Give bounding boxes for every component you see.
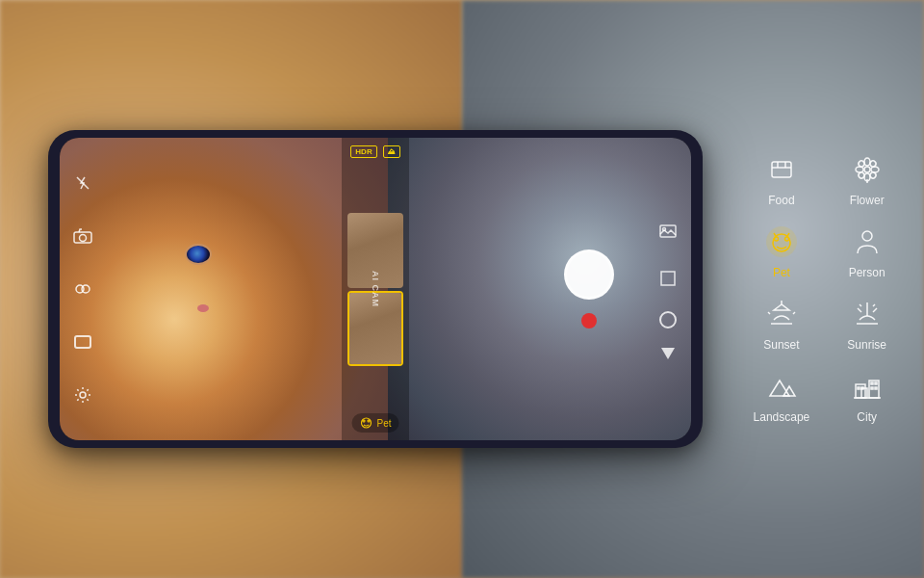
svg-rect-45 — [875, 382, 877, 384]
person-icon — [852, 226, 883, 262]
flash-button[interactable] — [69, 170, 96, 197]
record-button[interactable] — [581, 313, 597, 328]
city-icon — [852, 371, 883, 407]
triangle-down-icon — [661, 348, 675, 359]
svg-rect-42 — [858, 387, 860, 389]
circle-indicator — [659, 311, 677, 328]
camera-ui: HDR ⛰ — [60, 138, 691, 440]
hdr-label: HDR — [355, 147, 372, 156]
phone-screen: AI CAM HDR ⛰ — [60, 138, 691, 440]
settings-button[interactable] — [69, 381, 96, 408]
filters-button[interactable] — [69, 276, 96, 302]
svg-line-29 — [774, 233, 776, 236]
shutter-area — [564, 250, 614, 328]
svg-point-16 — [864, 167, 870, 172]
svg-line-33 — [793, 312, 795, 314]
shutter-button[interactable] — [564, 250, 614, 300]
camera-flip-button[interactable] — [69, 223, 96, 250]
svg-rect-39 — [856, 384, 865, 398]
sunrise-icon — [852, 299, 883, 334]
aspect-ratio-button[interactable] — [69, 328, 96, 355]
mode-pet[interactable]: Pet — [754, 226, 810, 279]
svg-line-38 — [873, 304, 875, 306]
top-bar: HDR ⛰ — [60, 145, 691, 158]
mode-sunset[interactable]: Sunset — [754, 299, 810, 352]
hdr-badge[interactable]: HDR — [350, 145, 376, 158]
svg-rect-46 — [871, 387, 873, 389]
svg-line-37 — [860, 304, 861, 306]
phone: AI CAM HDR ⛰ — [48, 130, 703, 448]
svg-point-31 — [862, 231, 872, 241]
square-mode-button[interactable] — [654, 265, 681, 292]
svg-point-5 — [80, 392, 86, 398]
svg-point-2 — [80, 235, 87, 242]
panorama-icon: ⛰ — [388, 147, 396, 156]
mode-sunrise[interactable]: Sunrise — [838, 299, 895, 352]
svg-point-11 — [368, 420, 370, 422]
landscape-label: Landscape — [754, 410, 810, 424]
pet-mode-badge[interactable]: Pet — [351, 413, 398, 433]
svg-line-32 — [768, 312, 770, 314]
mode-landscape[interactable]: Landscape — [754, 371, 810, 424]
svg-point-28 — [784, 237, 788, 241]
gallery-button[interactable] — [654, 219, 681, 246]
mode-city[interactable]: City — [838, 371, 895, 424]
landscape-icon — [766, 371, 797, 407]
mode-food[interactable]: Food — [754, 154, 810, 207]
svg-rect-12 — [772, 162, 791, 177]
svg-point-19 — [856, 167, 863, 172]
pet-mode-label: Pet — [376, 418, 391, 429]
sunset-label: Sunset — [763, 338, 799, 352]
ai-modes-panel: Food Flower — [754, 154, 895, 424]
svg-line-35 — [873, 308, 877, 312]
svg-point-17 — [864, 158, 870, 166]
mode-flower[interactable]: Flower — [838, 154, 895, 207]
right-icons — [654, 138, 681, 440]
food-label: Food — [768, 194, 794, 207]
svg-line-30 — [787, 233, 789, 236]
sunrise-label: Sunrise — [847, 338, 886, 352]
aspect-frame — [74, 335, 91, 349]
svg-line-34 — [858, 308, 861, 312]
left-icons — [69, 138, 96, 440]
flower-icon — [852, 154, 883, 190]
city-label: City — [857, 410, 877, 424]
svg-rect-44 — [871, 382, 873, 384]
svg-point-20 — [871, 167, 879, 172]
person-label: Person — [849, 266, 886, 279]
mode-person[interactable]: Person — [838, 226, 895, 279]
flower-label: Flower — [850, 194, 885, 207]
bottom-bar: Pet — [351, 413, 398, 433]
panorama-badge[interactable]: ⛰ — [383, 145, 400, 158]
pet-label: Pet — [773, 266, 790, 279]
svg-point-4 — [82, 285, 90, 293]
svg-rect-47 — [875, 387, 877, 389]
svg-rect-8 — [661, 272, 675, 285]
pet-icon — [766, 226, 797, 262]
sunset-icon — [766, 299, 797, 334]
svg-point-27 — [774, 237, 778, 241]
svg-point-7 — [663, 228, 666, 231]
phone-body: AI CAM HDR ⛰ — [48, 130, 703, 448]
svg-point-10 — [363, 420, 365, 422]
food-icon — [766, 154, 797, 190]
